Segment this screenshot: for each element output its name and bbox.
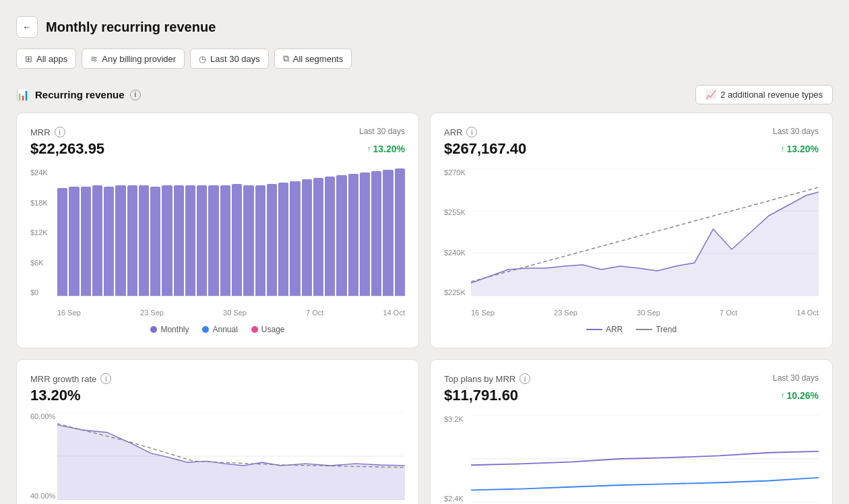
page-title: Monthly recurring revenue — [46, 20, 216, 35]
mrr-change: ↑ 13.20% — [367, 144, 405, 154]
growth-svg-container — [57, 412, 405, 500]
billing-icon: ≋ — [90, 54, 98, 64]
bar — [325, 177, 335, 296]
period-icon: ◷ — [199, 54, 206, 64]
arr-svg — [471, 168, 819, 296]
up-arrow-icon: ↑ — [367, 144, 371, 154]
bar — [278, 183, 288, 296]
arr-line-icon — [586, 329, 602, 330]
mrr-bars — [57, 168, 405, 296]
legend-trend: Trend — [636, 325, 677, 334]
top-plans-chart-area: $3.2K $2.4K 16 Sep 23 Sep 30 Sep 7 Oc — [444, 415, 819, 504]
bar — [243, 185, 253, 296]
bar — [57, 188, 67, 296]
filter-apps[interactable]: ⊞ All apps — [16, 49, 76, 69]
bottom-cards-grid: MRR growth rate i 13.20% 60.00% 40.00% — [0, 359, 849, 504]
mrr-info-icon[interactable]: i — [55, 127, 65, 137]
mrr-card: MRR i Last 30 days $22,263.95 ↑ 13.20% $… — [16, 113, 419, 348]
arr-y-axis: $270K $255K $240K $225K — [444, 168, 468, 296]
bar — [220, 185, 230, 296]
mrr-value: $22,263.95 — [30, 140, 104, 158]
top-plans-svg — [471, 415, 819, 503]
bar — [208, 185, 218, 296]
apps-icon: ⊞ — [25, 54, 32, 64]
arr-chart-area: $270K $255K $240K $225K — [444, 168, 819, 317]
top-plans-value: $11,791.60 — [444, 387, 518, 404]
bar — [395, 168, 405, 296]
bar — [336, 175, 346, 296]
top-plans-up-arrow-icon: ↑ — [781, 391, 785, 400]
bar — [348, 174, 358, 296]
bar — [302, 179, 312, 296]
bar — [115, 185, 125, 296]
arr-up-arrow-icon: ↑ — [781, 144, 785, 154]
arr-svg-container — [471, 168, 819, 296]
arr-card: ARR i Last 30 days $267,167.40 ↑ 13.20% … — [430, 113, 833, 348]
back-button[interactable]: ← — [16, 16, 38, 38]
legend-monthly: Monthly — [150, 325, 189, 334]
bar — [162, 185, 172, 296]
bar — [232, 184, 242, 296]
bar — [127, 185, 137, 296]
mrr-y-axis: $24K $18K $12K $6K $0 — [30, 168, 55, 296]
bar — [197, 185, 207, 296]
filters-bar: ⊞ All apps ≋ Any billing provider ◷ Last… — [0, 49, 849, 80]
bar — [313, 178, 323, 296]
mrr-legend: Monthly Annual Usage — [30, 325, 405, 334]
mrr-x-axis: 16 Sep 23 Sep 30 Sep 7 Oct 14 Oct — [57, 309, 405, 317]
mrr-label: MRR i — [30, 127, 65, 137]
arr-label: ARR i — [444, 127, 477, 137]
bar — [267, 184, 277, 296]
bar — [139, 185, 149, 296]
arr-x-axis: 16 Sep 23 Sep 30 Sep 7 Oct 14 Oct — [471, 309, 819, 317]
bar — [185, 185, 195, 296]
trend-line-icon — [636, 329, 652, 330]
top-plans-svg-container — [471, 415, 819, 503]
growth-card: MRR growth rate i 13.20% 60.00% 40.00% — [16, 359, 419, 504]
top-plans-y-axis: $3.2K $2.4K — [444, 415, 468, 503]
filter-billing[interactable]: ≋ Any billing provider — [82, 49, 185, 69]
section-header: 📊 Recurring revenue i 📈 2 additional rev… — [0, 80, 849, 113]
legend-annual: Annual — [202, 325, 237, 334]
bar — [174, 185, 184, 296]
bar — [383, 170, 393, 296]
recurring-revenue-icon: 📊 — [16, 88, 30, 101]
bar — [81, 187, 91, 296]
segments-icon: ⧉ — [283, 53, 289, 64]
top-plans-card: Top plans by MRR i Last 30 days $11,791.… — [430, 359, 833, 504]
arr-info-icon[interactable]: i — [466, 127, 477, 137]
monthly-dot — [150, 326, 157, 333]
growth-value: 13.20% — [30, 387, 405, 404]
additional-icon: 📈 — [705, 90, 716, 100]
arr-legend: ARR Trend — [444, 325, 819, 334]
arr-change: ↑ 13.20% — [781, 144, 819, 154]
growth-label: MRR growth rate i — [30, 373, 111, 384]
top-plans-info-icon[interactable]: i — [520, 373, 530, 384]
section-info-icon[interactable]: i — [130, 90, 141, 100]
filter-period[interactable]: ◷ Last 30 days — [190, 49, 269, 69]
growth-chart-area: 60.00% 40.00% 16 Sep 2 — [30, 412, 405, 504]
arr-value: $267,167.40 — [444, 140, 526, 158]
growth-info-icon[interactable]: i — [100, 373, 111, 384]
additional-revenue-types-button[interactable]: 📈 2 additional revenue types — [695, 85, 833, 104]
top-plans-label: Top plans by MRR i — [444, 373, 530, 384]
top-cards-grid: MRR i Last 30 days $22,263.95 ↑ 13.20% $… — [0, 113, 849, 359]
header: ← Monthly recurring revenue — [0, 0, 849, 49]
growth-svg — [57, 412, 405, 500]
filter-segments[interactable]: ⧉ All segments — [274, 49, 352, 69]
bar — [92, 185, 102, 296]
growth-y-axis: 60.00% 40.00% — [30, 412, 55, 500]
bar — [360, 172, 370, 296]
bar — [290, 181, 300, 296]
bar — [255, 185, 265, 296]
usage-dot — [251, 326, 258, 333]
bar — [150, 187, 160, 296]
bar — [104, 187, 114, 296]
legend-usage: Usage — [251, 325, 285, 334]
bar — [371, 171, 381, 296]
mrr-chart-area: $24K $18K $12K $6K $0 16 Sep 23 Sep 30 S… — [30, 168, 405, 317]
top-plans-change: ↑ 10.26% — [781, 390, 819, 401]
section-title: 📊 Recurring revenue i — [16, 88, 141, 101]
bar — [69, 187, 79, 296]
annual-dot — [202, 326, 209, 333]
